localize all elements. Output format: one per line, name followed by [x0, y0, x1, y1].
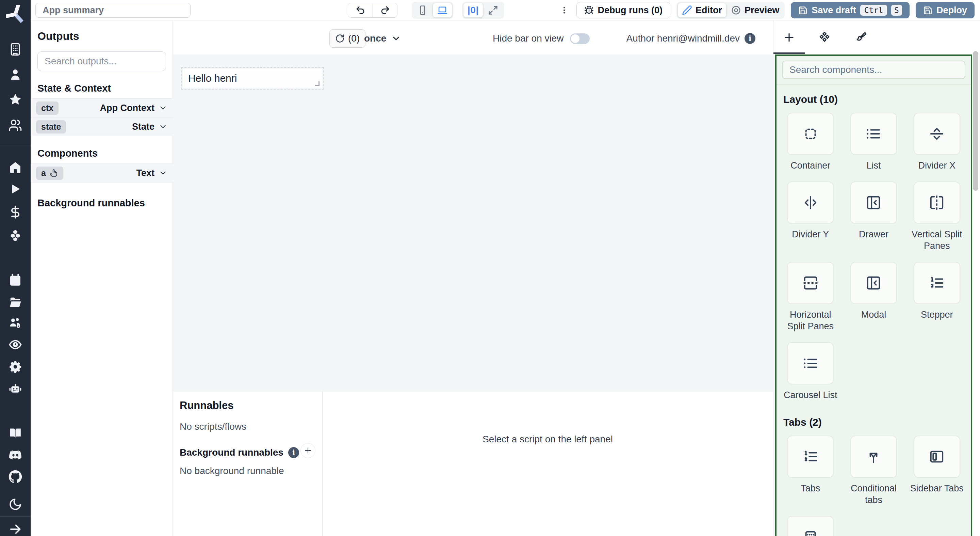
select-script-hint: Select a script on the left panel [322, 434, 773, 445]
component-card-label: List [866, 160, 881, 171]
component-card-conditional-tabs[interactable]: Conditional tabs [846, 436, 902, 506]
users-settings-icon [8, 316, 22, 330]
sidebar-item-home[interactable] [8, 160, 23, 175]
sidebar-item-favorites[interactable] [8, 92, 23, 107]
sidebar-item-payments[interactable] [8, 205, 23, 220]
scrollbar-thumb[interactable] [973, 51, 978, 191]
center-align-button[interactable]: |0| [463, 3, 483, 18]
component-card-vertical-split-panes[interactable]: Vertical Split Panes [909, 182, 965, 252]
component-card-label: Horizontal Split Panes [783, 309, 838, 332]
editor-tab[interactable]: Editor [678, 3, 726, 18]
component-card-list[interactable]: List [846, 113, 902, 171]
component-card-divider-x[interactable]: Divider X [909, 113, 965, 171]
refresh-mode-select[interactable]: once [364, 29, 401, 48]
tab-theme-styling[interactable] [850, 28, 869, 47]
preview-tab[interactable]: Preview [727, 3, 783, 18]
output-row-state[interactable]: state State [30, 117, 173, 136]
eye-icon [8, 338, 22, 351]
tab-insert-component[interactable] [780, 28, 799, 47]
undo-button[interactable] [348, 3, 372, 18]
refresh-button[interactable]: (0) [329, 29, 366, 48]
output-row-component-a[interactable]: a Text [30, 163, 173, 182]
toggle-knob [571, 34, 579, 43]
component-card-label: Container [791, 160, 830, 171]
search-outputs-input[interactable] [37, 51, 166, 71]
invisible-tabs-icon [803, 529, 818, 536]
chevron-down-icon [391, 34, 401, 44]
component-card-modal[interactable]: Modal [846, 262, 902, 332]
tab-component-settings[interactable] [815, 28, 834, 47]
github-icon [8, 470, 22, 483]
folder-open-icon [8, 295, 22, 309]
carousel-list-icon [803, 356, 818, 371]
list-icon [865, 126, 881, 142]
hide-bar-label: Hide bar on view [493, 33, 564, 44]
drawer-icon [865, 195, 881, 211]
component-card-drawer[interactable]: Drawer [846, 182, 902, 252]
align-toggle-group: |0| [462, 2, 504, 19]
info-icon[interactable]: i [288, 447, 299, 458]
component-library-dropzone: Layout (10) Container List Divider X [775, 54, 972, 536]
info-icon[interactable]: i [745, 33, 756, 44]
desktop-view-button[interactable] [433, 3, 452, 18]
component-card-stepper[interactable]: Stepper [909, 262, 965, 332]
save-draft-label: Save draft [811, 5, 856, 16]
app-canvas[interactable]: Hello henri [173, 54, 773, 391]
sidebar-item-resources[interactable] [8, 228, 23, 243]
container-icon [803, 126, 818, 142]
state-context-heading: State & Context [37, 83, 172, 94]
save-draft-button[interactable]: Save draft Ctrl S [791, 2, 910, 18]
text-component[interactable]: Hello henri [183, 69, 322, 88]
favorites-star-icon [8, 93, 22, 106]
sidebar-item-ai[interactable] [8, 381, 23, 396]
component-card-divider-y[interactable]: Divider Y [783, 182, 838, 252]
sidebar-item-collapse[interactable] [8, 522, 23, 536]
editor-preview-toggle: Editor Preview [676, 2, 785, 19]
windmill-logo[interactable] [6, 5, 25, 24]
component-card-invisible-tabs[interactable]: Invisible Tabs [783, 516, 838, 536]
resize-handle[interactable] [315, 81, 320, 86]
sidebar-item-workspace[interactable] [8, 42, 23, 57]
sidebar-item-docs[interactable] [8, 425, 23, 440]
add-background-runnable-button[interactable] [301, 443, 315, 458]
sidebar-item-groups[interactable] [8, 315, 23, 330]
device-toggle-group [412, 2, 453, 19]
fullscreen-button[interactable] [484, 3, 503, 18]
deploy-label: Deploy [937, 5, 967, 16]
sidebar-item-dark-mode[interactable] [8, 497, 23, 512]
sidebar-item-runs[interactable] [8, 182, 23, 196]
sidebar-divider [0, 146, 30, 146]
components-panel-tabs [773, 21, 980, 54]
chevron-down-icon[interactable] [159, 169, 167, 177]
debug-runs-button[interactable]: Debug runs (0) [576, 2, 671, 18]
component-card-horizontal-split-panes[interactable]: Horizontal Split Panes [783, 262, 838, 332]
sidebar-item-settings[interactable] [8, 359, 23, 374]
redo-button[interactable] [372, 3, 397, 18]
sidebar-item-github[interactable] [8, 469, 23, 484]
sidebar-item-profile[interactable] [8, 67, 23, 82]
component-card-tabs[interactable]: Tabs [783, 436, 838, 506]
topbar-actions: Debug runs (0) Editor Preview Save draft… [558, 0, 975, 21]
selected-component-cell[interactable]: Hello henri [181, 67, 324, 89]
sidebar-item-schedules[interactable] [8, 273, 23, 288]
sidebar-item-folders[interactable] [8, 295, 23, 309]
author-label: Author henri@windmill.dev [627, 33, 740, 44]
sidebar-item-discord[interactable] [8, 447, 23, 463]
chevron-down-icon[interactable] [159, 122, 167, 131]
home-icon [8, 160, 22, 174]
more-menu-button[interactable] [558, 3, 570, 18]
mobile-view-button[interactable] [413, 3, 432, 18]
kbd-s: S [891, 5, 902, 16]
editor-tab-label: Editor [695, 5, 722, 16]
deploy-button[interactable]: Deploy [916, 2, 975, 18]
sidebar-item-users[interactable] [8, 118, 23, 133]
component-card-container[interactable]: Container [783, 113, 838, 171]
hide-bar-toggle[interactable] [570, 34, 590, 44]
component-card-sidebar-tabs[interactable]: Sidebar Tabs [909, 436, 965, 506]
search-components-input[interactable] [782, 61, 966, 79]
component-card-carousel-list[interactable]: Carousel List [783, 342, 838, 401]
output-row-ctx[interactable]: ctx App Context [30, 99, 173, 118]
app-summary-input[interactable] [35, 3, 191, 18]
chevron-down-icon[interactable] [159, 104, 167, 112]
sidebar-item-audit-logs[interactable] [8, 337, 23, 352]
